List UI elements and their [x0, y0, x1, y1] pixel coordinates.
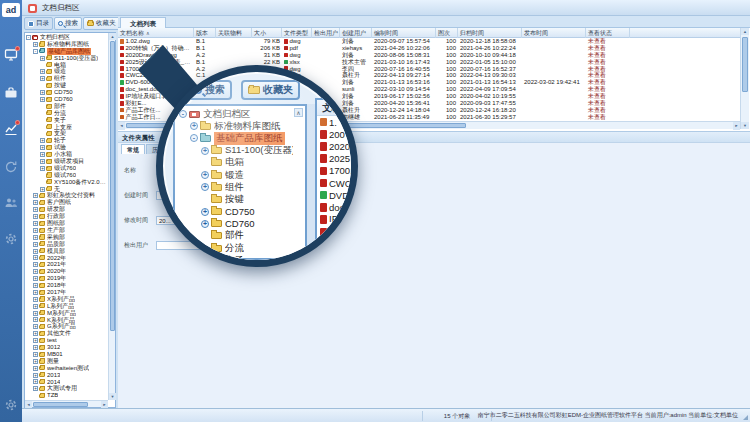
tree-item[interactable]: +2019年 — [25, 275, 109, 282]
tree-item[interactable]: +锻试760 — [25, 165, 109, 172]
tree-item[interactable]: 支架 — [25, 130, 109, 137]
tab-document-list[interactable]: 文档列表 — [120, 17, 166, 28]
nav-tab-catalog[interactable]: 目录 — [24, 17, 53, 30]
column-header[interactable]: 文档名称∧ — [118, 28, 194, 38]
tree-expander-icon[interactable]: + — [33, 193, 38, 198]
tree-expander-icon[interactable]: + — [40, 152, 45, 157]
tree-expander-icon[interactable]: + — [40, 97, 45, 102]
table-row[interactable]: 2025设计开发计划表_000000...B.122 KBxlsx技术主管202… — [118, 59, 740, 66]
tree-item[interactable]: +无 — [25, 186, 109, 193]
tree-item[interactable]: +2014 — [25, 379, 109, 386]
tree-expander-icon[interactable]: + — [40, 90, 45, 95]
tree-expander-icon[interactable]: - — [33, 49, 38, 54]
tree-expander-icon[interactable]: + — [33, 214, 38, 219]
tree-item[interactable]: +采购部 — [25, 234, 109, 241]
tree-item[interactable]: +测量 — [25, 358, 109, 365]
tree-expander-icon[interactable]: + — [33, 207, 38, 212]
scroll-up-icon[interactable]: ▲ — [109, 33, 116, 40]
tree-expander-icon[interactable]: + — [33, 283, 38, 288]
tree-expander-icon[interactable]: + — [33, 345, 38, 350]
column-header[interactable]: 归档时间 — [458, 28, 522, 38]
tree-expander-icon[interactable]: + — [33, 311, 38, 316]
column-header[interactable]: 文件类型 — [282, 28, 312, 38]
tree-item[interactable]: +研发部 — [25, 206, 109, 213]
tree-item[interactable]: -文档归档区 — [25, 34, 109, 41]
tree-expander-icon[interactable]: + — [33, 255, 38, 260]
tree-item[interactable]: +CD760 — [25, 96, 109, 103]
tree-item[interactable]: +3012 — [25, 344, 109, 351]
tree-item[interactable]: +行政部 — [25, 213, 109, 220]
column-header[interactable]: 检出用户 — [312, 28, 340, 38]
app-logo[interactable]: ad — [2, 3, 20, 17]
scroll-right-icon[interactable]: ► — [733, 122, 740, 130]
tree-expander-icon[interactable]: + — [33, 262, 38, 267]
users-icon[interactable] — [4, 196, 18, 210]
tree-item[interactable]: +M系列产品 — [25, 310, 109, 317]
tree-item[interactable]: +客户图纸 — [25, 199, 109, 206]
tree-expander-icon[interactable]: + — [40, 159, 45, 164]
tree-item[interactable]: XY5100备件V2.0图纸 — [25, 179, 109, 186]
table-row[interactable]: 2020Drawing1.dwgA.231 KBdwg刘备2020-08-06 … — [118, 52, 740, 59]
scroll-left-icon[interactable]: ◄ — [25, 401, 32, 408]
column-header[interactable]: 发布时间 — [522, 28, 586, 38]
tree-vscrollbar[interactable]: ▲ ▼ — [108, 33, 115, 400]
tree-item[interactable]: +生产部 — [25, 227, 109, 234]
doclist-vscrollbar[interactable]: ▲ ▼ — [740, 28, 749, 129]
tree-expander-icon[interactable]: + — [40, 145, 45, 150]
scroll-down-icon[interactable]: ▼ — [109, 393, 116, 400]
tree-item[interactable]: +weihaiteien测试 — [25, 365, 109, 372]
column-header[interactable]: 创建用户 — [340, 28, 372, 38]
tree-item[interactable]: +轮子 — [25, 137, 109, 144]
tree-expander-icon[interactable]: + — [33, 242, 38, 247]
tree-item[interactable]: +品质部 — [25, 241, 109, 248]
tree-expander-icon[interactable]: + — [33, 338, 38, 343]
tree-item[interactable]: +小水箱 — [25, 151, 109, 158]
tree-item[interactable]: +锻造 — [25, 68, 109, 75]
gear-icon[interactable] — [4, 398, 18, 412]
tree-expander-icon[interactable]: + — [33, 304, 38, 309]
tree-item[interactable]: 部件 — [25, 103, 109, 110]
tree-expander-icon[interactable]: + — [33, 290, 38, 295]
tree-expander-icon[interactable]: + — [40, 138, 45, 143]
tree-expander-icon[interactable]: + — [33, 269, 38, 274]
scroll-down-icon[interactable]: ▼ — [741, 122, 749, 129]
tree-expander-icon[interactable]: + — [33, 379, 38, 384]
table-row[interactable]: 170010(弹簧).dwgA.2dwg李四2020-07-16 16:40:5… — [118, 66, 740, 73]
tree-expander-icon[interactable]: + — [33, 352, 38, 357]
tree-expander-icon[interactable]: + — [33, 366, 38, 371]
tree-expander-icon[interactable]: + — [40, 56, 45, 61]
table-row[interactable]: 200转轴（万全）待确认供方...B.1206 KBpdfxiehays2021… — [118, 45, 740, 52]
tree-item[interactable]: +彩虹系统交付资料 — [25, 192, 109, 199]
nav-tab-search[interactable]: 搜索 — [54, 17, 82, 30]
tree-expander-icon[interactable]: + — [33, 221, 38, 226]
column-header[interactable]: 编制时间 — [372, 28, 436, 38]
tree-expander-icon[interactable]: + — [33, 317, 38, 322]
tree-item[interactable]: +锻研发项目 — [25, 158, 109, 165]
tree-expander-icon[interactable]: + — [40, 166, 45, 171]
tree-item[interactable]: +S11-100(变压器) — [25, 55, 109, 62]
tree-expander-icon[interactable]: + — [40, 187, 45, 192]
resize-grip[interactable] — [743, 415, 748, 420]
tree-item[interactable]: +标准物料库图纸 — [25, 41, 109, 48]
tree-item[interactable]: +2018年 — [25, 282, 109, 289]
tab-general[interactable]: 常规 — [121, 144, 145, 154]
briefcase-icon[interactable] — [4, 86, 18, 100]
tree-item[interactable]: +试验 — [25, 144, 109, 151]
tree-item[interactable]: +大测试专用 — [25, 385, 109, 392]
tree-expander-icon[interactable]: + — [33, 324, 38, 329]
tree-expander-icon[interactable]: + — [40, 76, 45, 81]
tree-item[interactable]: +组件 — [25, 75, 109, 82]
tree-item[interactable]: +MB01 — [25, 351, 109, 358]
tree-item[interactable]: 上支座 — [25, 124, 109, 131]
tree-expander-icon[interactable]: + — [33, 359, 38, 364]
tree-item[interactable]: +2020年 — [25, 268, 109, 275]
nav-tab-favorites[interactable]: 收藏夹 — [83, 17, 120, 30]
tree-item[interactable]: 按键 — [25, 82, 109, 89]
tree-item[interactable]: +2017年 — [25, 289, 109, 296]
column-header[interactable]: 大小 — [252, 28, 282, 38]
tree-item[interactable]: +X系列产品 — [25, 296, 109, 303]
scroll-up-icon[interactable]: ▲ — [741, 28, 749, 35]
column-header[interactable]: 关联物料 — [216, 28, 252, 38]
column-header[interactable]: 查看状态 — [586, 28, 630, 38]
tree-item[interactable]: TZB — [25, 392, 109, 399]
